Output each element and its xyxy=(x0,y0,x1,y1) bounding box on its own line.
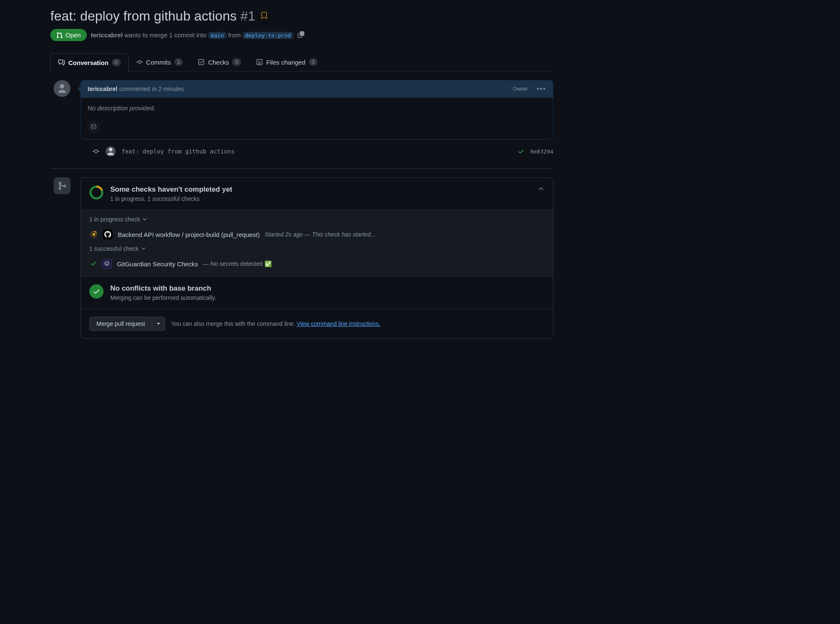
bookmark-icon[interactable] xyxy=(260,12,268,21)
svg-point-9 xyxy=(106,263,106,263)
merge-button[interactable]: Merge pull request xyxy=(89,317,152,331)
check-group-inprogress[interactable]: 1 in progress check xyxy=(89,216,544,223)
chevron-down-icon xyxy=(142,216,148,222)
check-item[interactable]: GitGuardian Security Checks — No secrets… xyxy=(89,256,544,270)
commit-avatar[interactable] xyxy=(106,146,116,156)
avatar[interactable] xyxy=(54,80,70,97)
pr-tabs: Conversation 0 Commits 1 Checks 0 Files … xyxy=(50,53,553,72)
git-merge-icon xyxy=(54,177,70,194)
check-icon xyxy=(518,148,524,155)
progress-circle-icon xyxy=(89,185,104,200)
cmdline-link[interactable]: View command line instructions. xyxy=(297,320,381,327)
pr-number: #1 xyxy=(241,8,256,23)
comment-body: No description provided. xyxy=(88,104,156,112)
merge-dropdown[interactable] xyxy=(152,317,165,331)
svg-point-10 xyxy=(107,263,108,263)
commit-icon xyxy=(92,148,100,155)
chevron-up-icon[interactable] xyxy=(538,185,544,193)
tab-commits[interactable]: Commits 1 xyxy=(129,53,191,71)
svg-point-4 xyxy=(109,148,113,151)
gitguardian-icon xyxy=(102,259,112,269)
merge-status-box: Some checks haven't completed yet 1 in p… xyxy=(80,177,553,339)
comment-author[interactable]: tericcabrel xyxy=(88,86,117,92)
pull-request-icon xyxy=(56,32,63,39)
svg-point-2 xyxy=(92,126,93,127)
commit-sha[interactable]: 0e83294 xyxy=(530,148,553,155)
pr-meta: tericcabrel wants to merge 1 commit into… xyxy=(91,31,293,39)
success-check-icon xyxy=(89,284,104,299)
comment-time[interactable]: in 2 minutes xyxy=(152,86,184,92)
commit-item: feat: deploy from github actions 0e83294 xyxy=(80,140,553,163)
chevron-down-icon xyxy=(140,246,146,252)
caret-down-icon xyxy=(156,322,161,326)
pr-description-comment: tericcabrel commented in 2 minutes Owner… xyxy=(80,80,553,140)
checks-title: Some checks haven't completed yet xyxy=(110,185,531,194)
commit-message[interactable]: feat: deploy from github actions xyxy=(122,148,512,155)
base-branch[interactable]: main xyxy=(208,32,226,39)
check-group-success[interactable]: 1 successful check xyxy=(89,245,544,252)
conflicts-subtitle: Merging can be performed automatically. xyxy=(110,294,216,301)
github-icon xyxy=(103,229,113,239)
checks-list: 1 in progress check Backend API workflow… xyxy=(81,210,553,277)
svg-point-0 xyxy=(60,84,65,89)
tab-files[interactable]: Files changed 3 xyxy=(249,53,325,71)
conflicts-title: No conflicts with base branch xyxy=(110,284,216,293)
checks-subtitle: 1 in progress, 1 successful checks xyxy=(110,195,531,202)
state-badge: Open xyxy=(50,29,87,41)
check-item[interactable]: Backend API workflow / project-build (pu… xyxy=(89,227,544,245)
svg-point-1 xyxy=(91,124,96,130)
tab-conversation[interactable]: Conversation 0 xyxy=(50,53,129,72)
copy-icon[interactable] xyxy=(298,31,304,39)
owner-badge: Owner xyxy=(509,85,531,93)
pr-author[interactable]: tericcabrel xyxy=(91,31,123,39)
svg-point-3 xyxy=(94,126,95,127)
tab-checks[interactable]: Checks 0 xyxy=(190,53,249,71)
state-label: Open xyxy=(65,31,81,39)
svg-point-8 xyxy=(105,261,109,265)
spinner-icon xyxy=(90,231,98,238)
compare-branch[interactable]: deploy-to-prod xyxy=(243,32,294,39)
pr-title: feat: deploy from github actions xyxy=(50,8,237,23)
svg-point-7 xyxy=(93,233,96,236)
check-icon xyxy=(90,260,97,268)
reaction-button[interactable] xyxy=(88,121,99,133)
kebab-icon[interactable]: ••• xyxy=(537,85,546,93)
cmdline-hint: You can also merge this with the command… xyxy=(171,320,381,327)
